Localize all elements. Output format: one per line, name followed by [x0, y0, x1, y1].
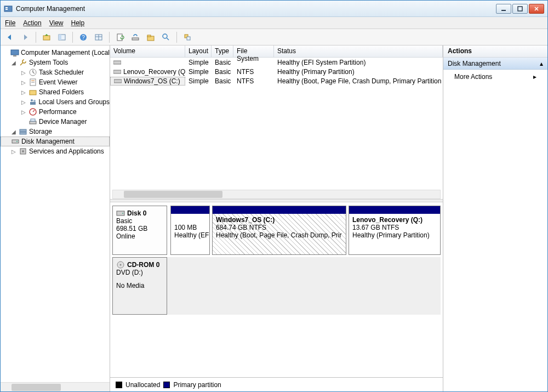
svg-rect-42	[114, 79, 122, 83]
up-button[interactable]	[41, 31, 53, 43]
partition-recovery[interactable]: Lenovo_Recovery (Q:) 13.67 GB NTFS Healt…	[349, 206, 441, 255]
expand-icon[interactable]: ▷	[20, 99, 27, 105]
svg-rect-7	[59, 35, 61, 40]
tree-performance[interactable]: ▷ Performance	[1, 107, 110, 117]
expand-icon[interactable]: ▷	[20, 79, 27, 86]
tree-event-viewer[interactable]: ▷ Event Viewer	[1, 77, 110, 87]
tree-shared-folders[interactable]: ▷ Shared Folders	[1, 87, 110, 97]
disk-icon	[11, 137, 20, 146]
menu-action[interactable]: Action	[23, 19, 41, 27]
part-size: 100 MB	[174, 224, 206, 231]
svg-point-46	[120, 264, 122, 266]
expand-icon[interactable]: ▷	[20, 89, 27, 95]
tree-system-tools[interactable]: ◢ System Tools	[1, 58, 110, 67]
find-button[interactable]	[160, 31, 172, 43]
disk-graphical-view: Disk 0 Basic 698.51 GB Online 100 MB Hea…	[110, 202, 443, 391]
partition-windows[interactable]: Windows7_OS (C:) 684.74 GB NTFS Healthy …	[212, 206, 346, 255]
svg-text:?: ?	[82, 35, 85, 41]
tree-label: Task Scheduler	[39, 69, 84, 76]
menu-help[interactable]: Help	[71, 19, 85, 27]
toolbar-separator	[109, 32, 110, 43]
help-button[interactable]: ?	[77, 31, 89, 43]
menu-view[interactable]: View	[49, 19, 64, 27]
vol-type: Basic	[212, 77, 233, 85]
event-icon	[28, 78, 37, 87]
svg-rect-16	[147, 35, 151, 37]
actions-header: Actions	[443, 46, 547, 58]
hard-disk-icon	[116, 209, 125, 217]
tree-services-apps[interactable]: ▷ Services and Applications	[1, 146, 110, 156]
svg-point-39	[22, 150, 24, 152]
col-status[interactable]: Status	[274, 46, 443, 57]
tree-device-manager[interactable]: Device Manager	[1, 117, 110, 127]
tree-root[interactable]: Computer Management (Local	[1, 48, 110, 58]
disk-info[interactable]: Disk 0 Basic 698.51 GB Online	[112, 206, 167, 255]
disk-title-text: Disk 0	[127, 209, 146, 217]
tree-task-scheduler[interactable]: ▷ Task Scheduler	[1, 67, 110, 77]
volume-row[interactable]: Simple Basic Healthy (EFI System Partiti…	[110, 58, 443, 67]
disk-row: Disk 0 Basic 698.51 GB Online 100 MB Hea…	[112, 206, 441, 255]
disk-size: 698.51 GB	[116, 225, 163, 232]
tree-disk-management[interactable]: Disk Management	[1, 137, 110, 146]
tree-label: Performance	[39, 108, 77, 116]
back-button[interactable]	[4, 31, 16, 43]
volume-row[interactable]: Lenovo_Recovery (Q:) Simple Basic NTFS H…	[110, 67, 443, 76]
tree-local-users[interactable]: ▷ Local Users and Groups	[1, 97, 110, 107]
toolbar-separator	[176, 32, 177, 43]
tree-scrollbar[interactable]	[1, 382, 110, 391]
rescan-button[interactable]	[129, 31, 141, 43]
svg-rect-33	[31, 119, 35, 121]
refresh-button[interactable]	[114, 31, 126, 43]
actions-section[interactable]: Disk Management ▴	[443, 58, 547, 70]
col-type[interactable]: Type	[212, 46, 233, 57]
col-fs[interactable]: File System	[233, 46, 274, 57]
settings-button[interactable]	[181, 31, 193, 43]
minimize-button[interactable]	[496, 4, 511, 14]
svg-rect-3	[501, 10, 506, 11]
svg-rect-2	[5, 9, 8, 10]
svg-rect-13	[117, 34, 122, 41]
view-list-button[interactable]	[93, 31, 105, 43]
maximize-button[interactable]	[512, 4, 528, 14]
svg-rect-30	[30, 102, 36, 105]
expand-icon[interactable]: ▷	[20, 109, 27, 115]
show-hide-tree-button[interactable]	[56, 31, 68, 43]
tree-label: System Tools	[29, 59, 68, 66]
cdrom-status: No Media	[116, 282, 163, 289]
expand-icon[interactable]: ▷	[10, 149, 17, 155]
col-layout[interactable]: Layout	[185, 46, 212, 57]
expand-icon[interactable]: ▷	[20, 70, 27, 76]
content-area: Computer Management (Local ◢ System Tool…	[1, 46, 547, 391]
forward-button[interactable]	[19, 31, 31, 43]
volume-list: Volume Layout Type File System Status Si…	[110, 46, 443, 199]
collapse-icon[interactable]: ◢	[10, 129, 17, 135]
menu-bar: File Action View Help	[1, 17, 547, 29]
svg-rect-36	[12, 140, 19, 143]
vol-status: Healthy (Primary Partition)	[274, 68, 443, 76]
device-icon	[28, 117, 37, 126]
part-status: Healthy (Primary Partition)	[352, 231, 437, 239]
volume-row[interactable]: Windows7_OS (C:) Simple Basic NTFS Healt…	[110, 76, 443, 86]
close-button[interactable]	[529, 4, 544, 14]
actions-section-label: Disk Management	[448, 60, 501, 67]
actions-item-label: More Actions	[454, 73, 492, 81]
col-volume[interactable]: Volume	[110, 46, 185, 57]
volume-scrollbar[interactable]	[112, 190, 441, 199]
actions-more[interactable]: More Actions ▸	[443, 70, 547, 84]
properties-button[interactable]	[145, 31, 157, 43]
svg-rect-5	[43, 36, 50, 40]
menu-file[interactable]: File	[5, 19, 15, 27]
tree-storage[interactable]: ◢ Storage	[1, 127, 110, 137]
users-icon	[28, 98, 37, 106]
svg-rect-22	[13, 55, 16, 56]
cdrom-info[interactable]: CD-ROM 0 DVD (D:) No Media	[112, 257, 167, 315]
svg-rect-4	[518, 7, 522, 11]
tree-label: Storage	[29, 128, 52, 135]
legend: Unallocated Primary partition	[110, 377, 443, 391]
partition-efi[interactable]: 100 MB Healthy (EFI	[170, 206, 210, 255]
svg-rect-41	[113, 70, 121, 73]
tree-label: Device Manager	[39, 118, 87, 126]
collapse-icon[interactable]: ◢	[10, 60, 17, 66]
vol-type: Basic	[212, 59, 233, 66]
performance-icon	[28, 107, 37, 116]
